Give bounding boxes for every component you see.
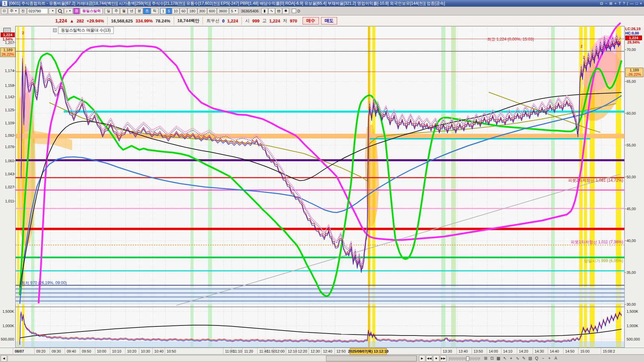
stop-icon[interactable]: ■ [433,355,439,362]
interval-button-60[interactable]: 60 [180,8,187,14]
play-icon[interactable]: ▶ [419,355,425,362]
search-icon[interactable] [56,8,63,14]
time-label: 11:20 [244,349,253,353]
close-icon[interactable]: × [640,1,642,6]
time-label: 14:40 [550,349,559,353]
popup-icon[interactable]: ⊞ [609,1,612,6]
zoom-out-icon[interactable]: − [540,355,546,361]
stock-code-input[interactable] [27,8,48,14]
tick-count-combo[interactable]: 5▼ [229,8,238,14]
time-label: 14:50 [565,349,575,353]
price-change: 282 [77,18,84,23]
list-icon[interactable]: ▤ [527,355,533,361]
period-button-월[interactable]: 월 [120,8,127,14]
crosshair-time-box: 2025/08/07(목) 13:12:10 [350,348,387,355]
font-size-icon[interactable]: A [553,355,559,361]
app-icon: 1 [2,1,7,6]
collapse-icon[interactable]: − [605,1,607,6]
settings-gear-icon[interactable]: ✱ [282,8,289,14]
change-percent: +29.94% [87,18,104,23]
time-label: 09:50 [82,349,91,353]
chart-window: 1 [0601] 주식종합차트 - 유통비율[67.2] 거래대금[18,744… [0,0,644,362]
open-label: 시 [245,18,250,24]
slider-thumb[interactable] [466,356,469,361]
interval-button-300[interactable]: 300 [198,8,207,14]
main-chart-pane[interactable] [15,26,625,307]
line-chart-icon[interactable]: ∿ [268,8,275,14]
speaker-icon: ♪ [66,9,68,13]
candle-chart-icon[interactable]: ▮ [261,8,268,14]
current-price: 1,224 [55,18,67,23]
time-label: 13:40 [459,349,468,353]
interval-button-1[interactable]: 1 [160,8,166,14]
horizontal-scrollbar[interactable] [8,355,417,362]
interval-button-group: 1510601803006003600 [160,8,228,14]
rewind-icon[interactable]: ◀◀ [426,355,432,362]
volume-pane[interactable] [15,307,625,348]
zoom-in-icon[interactable]: + [546,355,552,361]
low-price: 970 [290,18,297,23]
trendline-icon[interactable]: ∿ [515,355,521,361]
link-icon[interactable]: ⊡ [600,1,603,6]
period-button-년[interactable]: 년 [128,8,135,14]
period-button-분[interactable]: 분 [136,8,143,14]
time-label: 14:00 [489,349,498,353]
crosshair-icon[interactable]: ⌖ [508,355,514,361]
turnover: 78.24% [155,18,170,23]
titlebar[interactable]: 1 [0601] 주식종합차트 - 유통비율[67.2] 거래대금[18,744… [0,0,644,7]
window-controls: ⊡−⊞+T?|—□× [600,1,642,6]
draw-icon[interactable]: ✎ [521,355,527,361]
sound-button[interactable]: ♪▼ [64,8,73,14]
period-button-일[interactable]: 일 [105,8,112,14]
period-button-주[interactable]: 주 [112,8,120,14]
interval-button-3600[interactable]: 3600 [217,8,228,14]
low-label: 저 [283,18,287,24]
minimize-icon[interactable]: — [630,1,634,6]
maximize-icon[interactable]: □ [636,1,638,6]
period-button-초[interactable]: 초 [143,8,151,14]
scroll-left-button[interactable]: ◀ [1,355,7,362]
scrollbar-thumb[interactable] [326,356,417,361]
fast-forward-icon[interactable]: ▶▶ [440,355,446,362]
code-dropdown[interactable]: ▼ [49,8,56,14]
speed-slider[interactable] [449,356,480,361]
sell-button[interactable]: 매도 [321,17,337,24]
pointer-icon[interactable]: ↖ [502,355,508,361]
period-button-틱[interactable]: 틱 [151,8,158,14]
time-label: 12:30 [311,349,320,353]
up-arrow-icon: ▲ [70,18,74,23]
help-icon[interactable]: ? [623,1,625,6]
indicator-label: 동일스틸럭스 매물대 수(13) [58,27,114,34]
buy-button[interactable]: 매수 [303,17,319,24]
pin-icon[interactable]: + [614,1,616,6]
grid-chart-icon[interactable]: ▦ [495,355,501,361]
time-label: 08/07 [15,349,24,353]
interval-button-180[interactable]: 180 [187,8,197,14]
interval-button-5[interactable]: 5 [166,8,172,14]
indicator-label-box[interactable]: 동일스틸럭스 매물대 수(13) [53,27,114,34]
chart-window-icon[interactable]: ⊡ [1,8,7,14]
time-label: 15:08:2 [603,349,615,353]
zoom-icon[interactable]: Q [534,355,540,361]
playback-controls: ▶◀◀■▶▶ [419,355,446,362]
d-checkbox[interactable] [292,9,296,13]
right-price-axis [625,26,644,355]
time-label: 14:10 [503,349,513,353]
interval-button-10[interactable]: 10 [172,8,179,14]
time-label: 09:30 [52,349,61,353]
time-label: 12:20 [298,349,307,353]
best-quote-label: 최우선 [206,18,219,24]
save-icon[interactable]: ▤ [275,8,282,14]
cascade-window-icon[interactable]: ⊡ [489,355,495,361]
add-window-icon[interactable]: ⊞ [483,355,489,361]
time-label: 10:10 [112,349,121,353]
time-label: 10:50 [167,349,176,353]
stock-type-combo[interactable]: 주▼ [8,8,19,14]
time-label: 11:00 [225,349,234,353]
interval-button-600[interactable]: 600 [207,8,217,14]
time-axis[interactable]: 08/0709:2009:3009:4009:5010:0010:1010:20… [0,348,644,355]
time-label: 13:50 [474,349,483,353]
price-grid-icon[interactable] [3,28,11,34]
jeon-button[interactable]: 전 [19,8,26,14]
font-icon[interactable]: T [619,1,621,6]
